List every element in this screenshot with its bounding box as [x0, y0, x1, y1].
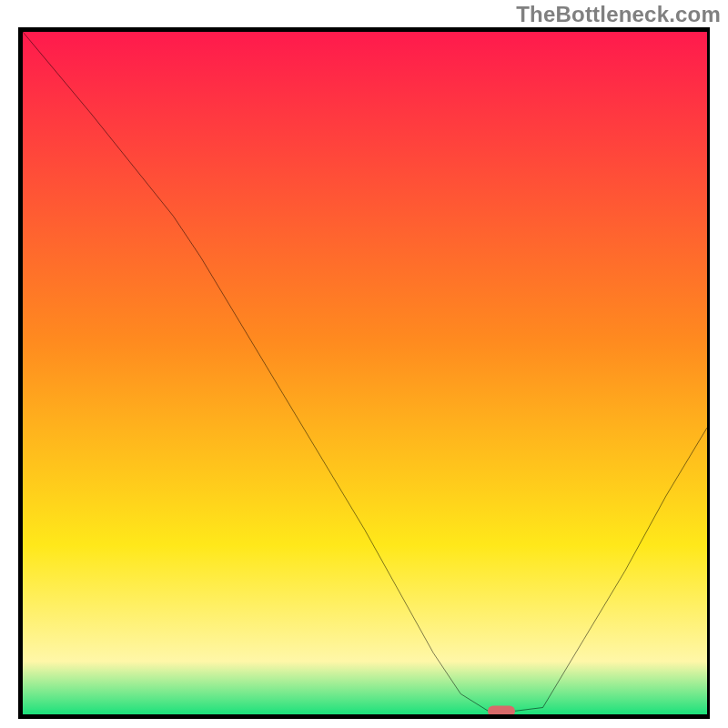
chart-canvas: TheBottleneck.com	[0, 0, 728, 728]
bottleneck-curve	[23, 32, 707, 714]
chart-frame	[18, 27, 710, 719]
watermark-text: TheBottleneck.com	[516, 2, 721, 27]
optimal-point-marker	[488, 706, 515, 716]
